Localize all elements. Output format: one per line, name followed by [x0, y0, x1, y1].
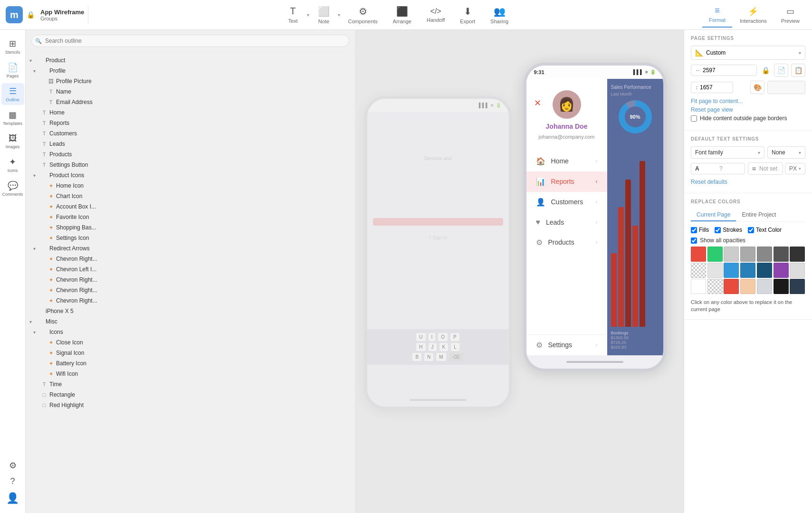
nav-icons[interactable]: ✦ Icons [1, 154, 24, 176]
color-picker-btn[interactable]: 🎨 [750, 81, 764, 94]
color-swatch-gray1[interactable] [724, 247, 739, 262]
color-swatch-white[interactable] [691, 279, 706, 294]
line-height-input[interactable] [758, 165, 779, 172]
font-family-select[interactable]: Font family ▾ [691, 146, 764, 159]
color-swatch-dark2[interactable] [790, 247, 805, 262]
tree-item-chart-icon[interactable]: ✦ Chart Icon [26, 191, 355, 201]
tree-item-chevron-l[interactable]: ✦ Chevron Left I... [26, 264, 355, 275]
color-input-box[interactable] [767, 81, 805, 94]
tree-item-email[interactable]: T Email Address [26, 97, 355, 107]
color-swatch-blue2[interactable] [740, 263, 755, 278]
canvas[interactable]: ▌▌▌≈🔋 Services and ? Sign In U I O P [355, 30, 684, 513]
color-swatch-gray3[interactable] [757, 247, 772, 262]
menu-close-btn[interactable]: ✕ [534, 98, 541, 108]
tree-item-leads[interactable]: T Leads [26, 139, 355, 149]
tree-item-signal-icon[interactable]: ✦ Signal Icon [26, 348, 355, 358]
color-swatch-navy[interactable] [757, 263, 772, 278]
tree-item-misc[interactable]: ▾ Misc [26, 316, 355, 327]
nav-outline[interactable]: ☰ Outline [1, 83, 24, 105]
tree-item-time[interactable]: T Time [26, 379, 355, 390]
color-swatch-gray-trans[interactable] [707, 263, 723, 278]
line-height-unit-box[interactable]: PX ▾ [785, 163, 805, 174]
color-swatch-red2[interactable] [724, 279, 739, 294]
tree-item-redirect-arrows[interactable]: ▾ Redirect Arrows [26, 243, 355, 254]
show-all-checkbox[interactable] [691, 238, 697, 244]
tree-item-chevron-r4[interactable]: ✦ Chevron Right... [26, 295, 355, 306]
size-preset-select[interactable]: 📐 Custom ▾ [691, 46, 805, 60]
nav-images[interactable]: 🖼 Images [1, 131, 24, 152]
tree-item-chevron-r2[interactable]: ✦ Chevron Right... [26, 275, 355, 285]
tree-item-shopping-bas[interactable]: ✦ Shopping Bas... [26, 222, 355, 233]
nav-stencils[interactable]: ⊞ Stencils [1, 36, 24, 57]
preview-btn[interactable]: ▭ Preview [774, 2, 806, 28]
menu-item-leads[interactable]: ♥ Leads › [526, 212, 607, 232]
nav-settings[interactable]: ⚙ [1, 457, 24, 474]
search-input[interactable] [31, 35, 349, 47]
tree-item-settings-icon[interactable]: ✦ Settings Icon [26, 233, 355, 243]
menu-item-products[interactable]: ⚙ Products › [526, 232, 607, 253]
color-swatch-transparent1[interactable] [691, 263, 706, 278]
tree-item-reports[interactable]: T Reports [26, 118, 355, 128]
tool-components[interactable]: ⚙ Components [340, 2, 385, 28]
color-swatch-transparent2[interactable] [707, 279, 723, 294]
color-swatch-red[interactable] [691, 247, 706, 262]
tool-sharing[interactable]: 👥 Sharing [483, 2, 516, 28]
menu-item-settings[interactable]: ⚙ Settings › [526, 334, 607, 355]
color-swatch-dark1[interactable] [774, 247, 789, 262]
color-swatch-black[interactable] [774, 279, 789, 294]
tree-item-favorite-icon[interactable]: ✦ Favorite Icon [26, 212, 355, 222]
tree-item-home-icon[interactable]: ✦ Home Icon [26, 180, 355, 191]
tool-export[interactable]: ⬇ Export [452, 2, 483, 28]
tree-item-settings-btn[interactable]: T Settings Button [26, 160, 355, 170]
menu-item-home[interactable]: 🏠 Home › [526, 151, 607, 171]
color-swatch-peach[interactable] [740, 279, 755, 294]
fit-page-link[interactable]: Fit page to content... [691, 98, 805, 104]
tree-item-wifi-icon[interactable]: ✦ Wifi Icon [26, 369, 355, 379]
tree-item-home[interactable]: T Home [26, 107, 355, 118]
nav-avatar[interactable]: 👤 [1, 489, 24, 507]
portrait-btn[interactable]: 📄 [774, 64, 788, 77]
nav-comments[interactable]: 💬 Comments [1, 178, 24, 200]
brand-logo[interactable]: m [6, 6, 23, 23]
hide-content-checkbox[interactable] [691, 115, 697, 122]
lock-button[interactable]: 🔒 [760, 65, 771, 76]
color-swatch-gray2[interactable] [740, 247, 755, 262]
menu-item-customers[interactable]: 👤 Customers › [526, 192, 607, 212]
color-swatch-silver[interactable] [757, 279, 772, 294]
tree-item-chevron-r3[interactable]: ✦ Chevron Right... [26, 285, 355, 295]
color-swatch-green[interactable] [707, 247, 723, 262]
nav-pages[interactable]: 📄 Pages [1, 59, 24, 81]
tree-item-product[interactable]: ▾ Product [26, 55, 355, 66]
entire-project-tab[interactable]: Entire Project [736, 209, 782, 221]
fills-checkbox[interactable] [691, 227, 697, 233]
tree-item-iphone-x5[interactable]: iPhone X 5 [26, 306, 355, 316]
font-style-select[interactable]: None ▾ [767, 146, 805, 159]
tree-item-account-box[interactable]: ✦ Account Box I... [26, 201, 355, 212]
tree-item-battery-icon[interactable]: ✦ Battery Icon [26, 358, 355, 369]
tool-text[interactable]: T Text [278, 2, 307, 28]
tree-item-product-icons[interactable]: ▾ Product Icons [26, 170, 355, 180]
width-input[interactable] [703, 67, 753, 74]
tree-item-close-icon[interactable]: ✦ Close Icon [26, 337, 355, 348]
color-swatch-blue1[interactable] [724, 263, 739, 278]
tree-item-products[interactable]: T Products [26, 149, 355, 160]
color-swatch-lightgray[interactable] [790, 263, 805, 278]
tool-arrange[interactable]: ⬛ Arrange [385, 2, 419, 28]
tree-item-profile[interactable]: ▾ Profile [26, 66, 355, 76]
tree-item-rectangle[interactable]: □ Rectangle [26, 390, 355, 400]
strokes-checkbox[interactable] [715, 227, 721, 233]
text-color-checkbox[interactable] [748, 227, 754, 233]
menu-item-reports[interactable]: 📊 Reports ‹ [526, 171, 607, 192]
color-swatch-purple[interactable] [774, 263, 789, 278]
format-btn[interactable]: ≡ Format [702, 2, 732, 28]
tree-item-red-highlight[interactable]: □ Red Highlight [26, 400, 355, 410]
tool-note[interactable]: ⬜ Note [309, 2, 338, 28]
tree-item-icons-group[interactable]: ▾ Icons [26, 327, 355, 337]
interactions-btn[interactable]: ⚡ Interactions [733, 2, 774, 28]
tree-item-name[interactable]: T Name [26, 86, 355, 97]
color-swatch-darknavy[interactable] [790, 279, 805, 294]
reset-defaults-link[interactable]: Reset defaults [691, 179, 805, 185]
font-size-input[interactable] [701, 165, 741, 172]
tool-handoff[interactable]: </> Handoff [419, 3, 452, 27]
reset-view-link[interactable]: Reset page view [691, 106, 805, 113]
